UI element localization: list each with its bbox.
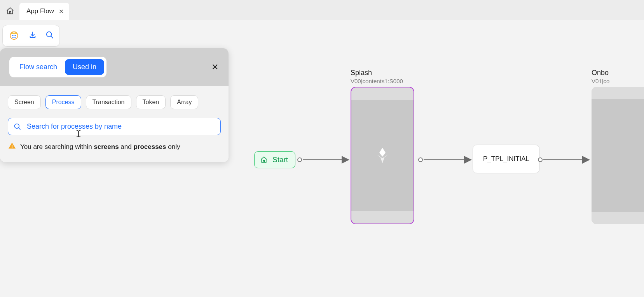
- connector-start-splash: [303, 157, 351, 163]
- start-label: Start: [272, 155, 288, 164]
- filter-process[interactable]: Process: [45, 95, 81, 109]
- mini-toolbar: [2, 25, 60, 47]
- filter-token[interactable]: Token: [136, 95, 166, 109]
- search-icon[interactable]: [45, 31, 54, 41]
- scope-bold-processes: processes: [133, 143, 166, 150]
- tab-strip: App Flow ✕: [0, 0, 644, 20]
- process-label: P_TPL_INITIAL: [483, 155, 529, 162]
- scope-text-prefix: You are searching within: [20, 143, 94, 150]
- search-icon: [14, 123, 21, 131]
- tab-flow-search[interactable]: Flow search: [12, 59, 65, 75]
- tab-used-in[interactable]: Used in: [65, 59, 104, 75]
- svg-point-3: [47, 32, 52, 37]
- flow-onboarding-node[interactable]: Onbo V01|co: [592, 69, 644, 224]
- home-button[interactable]: [2, 3, 18, 18]
- filter-row: Screen Process Transaction Token Array: [8, 95, 221, 109]
- filter-array[interactable]: Array: [170, 95, 198, 109]
- port-splash-out[interactable]: [418, 157, 423, 162]
- search-panel-body: Screen Process Transaction Token Array: [0, 86, 229, 162]
- connector-splash-process: [424, 157, 473, 163]
- tab-title: App Flow: [26, 7, 54, 15]
- filter-transaction[interactable]: Transaction: [86, 95, 131, 109]
- onboarding-title: Onbo: [592, 69, 644, 77]
- flow-process-node[interactable]: P_TPL_INITIAL: [473, 145, 540, 173]
- close-icon[interactable]: ✕: [209, 60, 221, 75]
- onboarding-sub: V01|co: [592, 78, 644, 84]
- home-icon: [6, 7, 14, 15]
- search-input[interactable]: [26, 122, 215, 131]
- search-panel-header: Flow search Used in ✕: [0, 48, 229, 86]
- splash-app-icon: [373, 146, 392, 165]
- search-mode-segmented: Flow search Used in: [9, 57, 106, 77]
- port-start-out[interactable]: [297, 157, 302, 162]
- scope-text-mid: and: [119, 143, 134, 150]
- scope-text-suffix: only: [166, 143, 180, 150]
- splash-sub: V00|contents1:S000: [351, 78, 414, 84]
- svg-rect-6: [12, 147, 12, 148]
- search-panel: Flow search Used in ✕ Screen Process Tra…: [0, 48, 229, 162]
- connector-process-onboarding: [543, 157, 592, 163]
- search-scope-note: You are searching within screens and pro…: [8, 142, 221, 152]
- tab-app-flow[interactable]: App Flow ✕: [19, 3, 69, 20]
- flow-splash-node[interactable]: Splash V00|contents1:S000: [351, 69, 414, 224]
- tab-close-icon[interactable]: ✕: [59, 8, 64, 15]
- warning-icon: [8, 142, 16, 152]
- download-icon[interactable]: [28, 31, 37, 41]
- onboarding-screen-preview[interactable]: [592, 87, 644, 224]
- svg-point-2: [15, 35, 16, 36]
- home-icon: [260, 156, 268, 164]
- flow-start-node[interactable]: Start: [254, 151, 295, 168]
- splash-screen-preview[interactable]: [351, 87, 414, 224]
- svg-point-0: [10, 32, 18, 40]
- app-logo-icon[interactable]: [8, 29, 20, 42]
- scope-bold-screens: screens: [94, 143, 119, 150]
- port-process-out[interactable]: [538, 157, 543, 162]
- filter-screen[interactable]: Screen: [8, 95, 41, 109]
- text-cursor-icon: [76, 130, 81, 138]
- svg-point-4: [15, 124, 19, 128]
- search-field[interactable]: [8, 118, 221, 135]
- svg-point-1: [12, 35, 14, 36]
- splash-title: Splash: [351, 69, 414, 77]
- svg-rect-5: [12, 145, 12, 147]
